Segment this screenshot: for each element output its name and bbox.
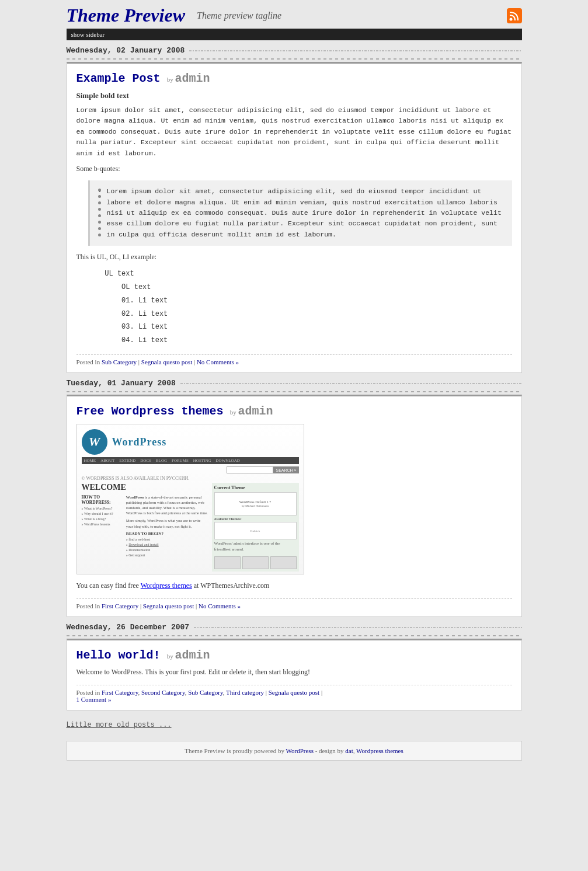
bq-dots [98, 186, 101, 240]
site-tagline: Theme preview tagline [197, 11, 281, 21]
date-label-2: Tuesday, 01 January 2008 [67, 379, 180, 388]
wp-logo-area: W WordPress [82, 429, 167, 455]
post-2: Free Wordpress themes by admin W WordPre… [67, 395, 522, 617]
post-1-bold: Simple bold text [76, 91, 512, 100]
wp-nav: HOME ABOUT EXTEND DOCS BLOG FORUMS HOSTI… [82, 457, 299, 464]
post-1-bquotes-label: Some b-quotes: [76, 163, 512, 175]
wp-search-button[interactable]: SEARCH » [273, 466, 298, 473]
post-3-cat-3[interactable]: Sub Category [188, 689, 222, 696]
wp-img-2 [242, 556, 269, 569]
list-ol: OL text [88, 281, 512, 294]
post-1-comments[interactable]: No Comments » [197, 358, 239, 365]
nav-docs: DOCS [140, 458, 151, 463]
site-title[interactable]: Theme Preview [67, 5, 185, 26]
nav-blog: BLOG [156, 458, 167, 463]
svg-rect-0 [507, 8, 522, 23]
bq-dot-3 [98, 201, 101, 204]
old-posts: Little more old posts ... [67, 715, 522, 735]
bq-dot-7 [98, 227, 101, 230]
post-3-title-link[interactable]: Hello world! [76, 649, 161, 662]
post-3-author[interactable]: admin [175, 649, 210, 662]
date-separator-1: Wednesday, 02 January 2008 [67, 46, 522, 55]
post-2-title-link[interactable]: Free Wordpress themes [76, 405, 224, 418]
date-separator-2: Tuesday, 01 January 2008 [67, 379, 522, 388]
posted-in-label-2: Posted in [76, 602, 100, 609]
wp-side-col: Current Theme WordPress Default 1.7by Mi… [212, 483, 299, 572]
post-3-cat-4[interactable]: Third category [226, 689, 264, 696]
post-2-cat-1[interactable]: First Category [102, 602, 138, 609]
post-1-title-link[interactable]: Example Post [76, 72, 161, 85]
post-3-meta: by admin [167, 653, 210, 660]
date-label-1: Wednesday, 02 January 2008 [67, 46, 190, 55]
show-sidebar-label: show sidebar [71, 31, 105, 38]
show-sidebar-bar[interactable]: show sidebar [67, 29, 522, 40]
post-1: Example Post by admin Simple bold text L… [67, 62, 522, 373]
wp-theme-item-2: Kubrick [214, 522, 297, 539]
site-header: Theme Preview Theme preview tagline [67, 0, 522, 29]
date-label-3: Wednesday, 26 December 2007 [67, 623, 194, 632]
content-area: Wednesday, 02 January 2008 Example Post … [67, 46, 522, 735]
post-2-body-post: at WPThemesArchive.com [192, 581, 270, 590]
wp-content-area: WELCOME HOW TO WORDPRESS: » What is Word… [82, 483, 299, 572]
post-3-segnala[interactable]: Segnala questo post [269, 689, 319, 696]
wp-note: WordPress' admin interface is one of the… [214, 541, 297, 553]
rss-icon[interactable] [507, 8, 522, 23]
wp-side-title: Current Theme [214, 485, 297, 490]
wordpress-themes-link[interactable]: Wordpress themes [141, 581, 192, 590]
date-separator-3: Wednesday, 26 December 2007 [67, 623, 522, 632]
post-3-title: Hello world! by admin [76, 649, 512, 662]
post-1-list: UL text OL text 01. Li text 02. Li text … [76, 267, 512, 347]
wp-img-1 [214, 556, 241, 569]
wp-wordmark: WordPress [112, 436, 167, 448]
post-2-body-pre: You can easy find free [76, 581, 141, 590]
post-1-cat-1[interactable]: Sub Category [102, 358, 137, 365]
nav-download: DOWNLOAD [216, 458, 240, 463]
post-3-comments[interactable]: 1 Comment » [76, 696, 112, 703]
wp-begin-links: » find a web host » Download and install… [126, 537, 208, 558]
list-li-4: 04. Li text [88, 334, 512, 347]
footer-wp-themes-link[interactable]: Wordpress themes [356, 747, 403, 754]
post-2-comments[interactable]: No Comments » [199, 602, 241, 609]
wordpress-screenshot: W WordPress HOME ABOUT EXTEND DOCS BLOG … [76, 424, 304, 574]
post-2-author[interactable]: admin [238, 405, 273, 418]
post-2-title: Free Wordpress themes by admin [76, 405, 512, 418]
footer-wordpress-link[interactable]: WordPress [286, 747, 314, 754]
wp-welcome: WELCOME [82, 483, 208, 492]
wp-ready: READY TO BEGIN? [126, 531, 208, 536]
nav-extend: EXTEND [119, 458, 135, 463]
wp-img-3 [270, 556, 297, 569]
nav-home: HOME [84, 458, 96, 463]
wp-logo-w: W [89, 434, 100, 450]
post-2-segnala[interactable]: Segnala questo post [143, 602, 194, 609]
date-dashes-1 [189, 50, 521, 51]
date-dashes-2 [180, 383, 522, 384]
date-dashes-3 [194, 627, 521, 628]
post-1-author[interactable]: admin [175, 72, 210, 85]
old-posts-link[interactable]: Little more old posts ... [67, 721, 172, 729]
bq-dot-5 [98, 214, 101, 217]
wp-desc: WordPress is a state-of-the-art semantic… [126, 494, 208, 515]
footer-dat-link[interactable]: dat [345, 747, 353, 754]
nav-hosting: HOSTING [193, 458, 211, 463]
post-3-cat-2[interactable]: Second Category [141, 689, 185, 696]
post-1-segnala[interactable]: Segnala questo post [141, 358, 192, 365]
bq-dot-2 [98, 195, 101, 198]
bq-dot-8 [98, 234, 101, 236]
wp-logo-circle: W [82, 429, 107, 455]
wp-desc2: More simply, WordPress is what you use t… [126, 518, 208, 528]
wp-search-input[interactable] [227, 466, 273, 473]
svg-point-1 [509, 18, 512, 20]
nav-forums: FORUMS [172, 458, 189, 463]
bq-dot-4 [98, 208, 101, 211]
footer-text-pre: Theme Preview is proudly powered by [185, 747, 286, 754]
bq-dot-6 [98, 221, 101, 224]
post-2-body: You can easy find free Wordpress themes … [76, 580, 512, 591]
post-3-cat-1[interactable]: First Category [102, 689, 138, 696]
post-1-ul-label: This is UL, OL, LI example: [76, 252, 512, 263]
post-1-blockquote: Lorem ipsum dolor sit amet, consectetur … [88, 180, 512, 246]
dashed-line-3 [67, 635, 522, 636]
list-li-3: 03. Li text [88, 320, 512, 334]
post-1-footer: Posted in Sub Category | Segnala questo … [76, 354, 512, 365]
post-3-footer: Posted in First Category, Second Categor… [76, 685, 512, 703]
footer-text-mid: - design by [314, 747, 345, 754]
